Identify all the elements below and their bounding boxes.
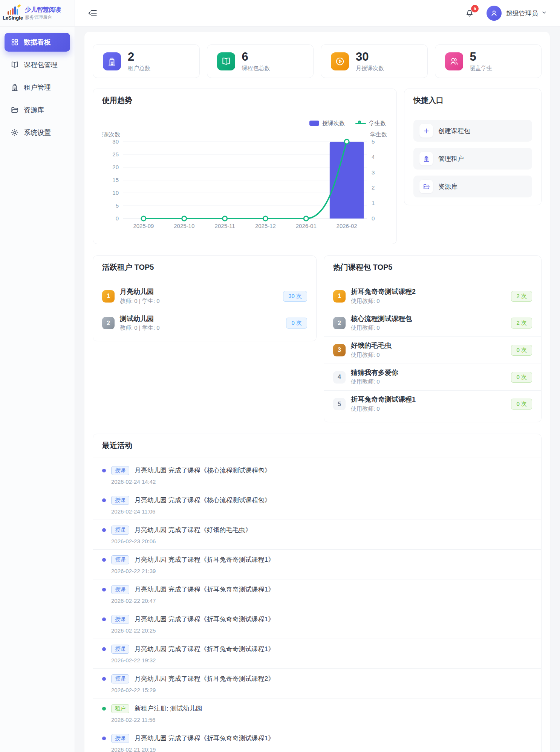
svg-text:4: 4	[372, 154, 375, 160]
sidebar-item-course-packages[interactable]: 课程包管理	[5, 55, 70, 74]
svg-text:2: 2	[372, 184, 375, 191]
brand-subtitle: 服务管理后台	[25, 14, 61, 21]
users-icon	[445, 52, 463, 70]
course-row: 3 好饿的毛毛虫 使用教师: 0 0 次	[324, 337, 541, 364]
sidebar-item-tenants[interactable]: 租户管理	[5, 78, 70, 97]
activity-dot	[102, 737, 106, 740]
quick-entry-title: 快捷入口	[404, 89, 541, 112]
svg-text:2026-02: 2026-02	[337, 223, 357, 229]
active-tenants-list: 1 月亮幼儿园 教师: 0 | 学生: 0 30 次 2 测试幼儿	[93, 279, 316, 341]
stat-value: 5	[470, 50, 493, 63]
active-tenants-title: 活跃租户 TOP5	[93, 256, 316, 279]
activity-tag: 授课	[111, 645, 129, 654]
quick-link-label: 创建课程包	[438, 127, 470, 135]
rank-badge: 3	[333, 344, 346, 356]
sidebar-item-settings[interactable]: 系统设置	[5, 123, 70, 142]
course-name: 好饿的毛毛虫	[351, 342, 392, 350]
quick-links-list: 创建课程包 管理租户	[404, 112, 541, 205]
rank-badge: 1	[102, 290, 115, 303]
play-icon	[331, 52, 349, 70]
dashboard-panel: 2 租户总数 6 课程包总数	[84, 32, 550, 752]
page-content: 2 租户总数 6 课程包总数	[75, 27, 560, 752]
sidebar-menu: 数据看板 课程包管理 租户管理 资源库 系统设置	[0, 27, 75, 152]
svg-text:25: 25	[112, 151, 119, 157]
sidebar-item-resources[interactable]: 资源库	[5, 101, 70, 119]
svg-text:1: 1	[372, 200, 375, 206]
app-root: LeSingle 少儿智慧阅读 服务管理后台 数据看板 课程包管理 租户管理	[0, 0, 560, 752]
tenant-row: 1 月亮幼儿园 教师: 0 | 学生: 0 30 次	[93, 283, 316, 310]
lesson-count-badge: 0 次	[286, 318, 307, 329]
sidebar-item-label: 租户管理	[24, 83, 51, 92]
use-count-badge: 2 次	[511, 291, 532, 302]
use-count-badge: 0 次	[511, 345, 532, 356]
activity-item: 授课 月亮幼儿园 完成了课程《好饿的毛毛虫》 2026-02-23 20:06	[93, 520, 541, 550]
activity-tag: 授课	[111, 526, 129, 535]
use-count-badge: 2 次	[511, 318, 532, 329]
svg-text:5: 5	[116, 202, 119, 209]
sidebar: LeSingle 少儿智慧阅读 服务管理后台 数据看板 课程包管理 租户管理	[0, 0, 75, 752]
tenant-meta: 教师: 0 | 学生: 0	[120, 324, 160, 332]
notifications-button[interactable]: 5	[465, 8, 475, 18]
svg-text:30: 30	[112, 138, 119, 145]
hot-courses-list: 1 折耳兔奇奇测试课程2 使用教师: 0 2 次 2 核心流程测试	[324, 279, 541, 422]
svg-text:2026-01: 2026-01	[296, 223, 317, 229]
svg-text:3: 3	[372, 169, 375, 176]
stat-card-course-packages: 6 课程包总数	[207, 44, 314, 78]
quick-link-manage-tenants[interactable]: 管理租户	[413, 148, 532, 170]
tenant-name: 月亮幼儿园	[120, 288, 160, 296]
activity-message: 月亮幼儿园 完成了课程《核心流程测试课程包》	[135, 496, 271, 504]
course-name: 折耳兔奇奇测试课程2	[351, 288, 416, 296]
lesson-count-badge: 30 次	[283, 291, 307, 302]
quick-link-create-course[interactable]: 创建课程包	[413, 120, 532, 142]
activity-message: 月亮幼儿园 完成了课程《折耳兔奇奇测试课程1》	[135, 615, 274, 624]
course-meta: 使用教师: 0	[351, 324, 412, 332]
book-icon	[217, 52, 235, 70]
legend-item-line[interactable]: 学生数	[355, 120, 386, 127]
building-icon	[419, 152, 433, 165]
activity-time: 2026-02-21 20:19	[111, 746, 532, 752]
svg-text:2025-12: 2025-12	[255, 223, 276, 229]
activity-dot	[102, 469, 106, 472]
sidebar-collapse-button[interactable]	[88, 8, 98, 18]
tenant-name: 测试幼儿园	[120, 315, 160, 323]
quick-link-resources[interactable]: 资源库	[413, 176, 532, 197]
course-row: 1 折耳兔奇奇测试课程2 使用教师: 0 2 次	[324, 283, 541, 310]
activity-tag: 授课	[111, 555, 129, 564]
svg-text:20: 20	[112, 164, 119, 170]
rank-badge: 2	[102, 317, 115, 329]
hot-courses-card: 热门课程包 TOP5 1 折耳兔奇奇测试课程2 使用教师: 0 2 次	[324, 255, 542, 422]
building-icon	[103, 52, 121, 70]
stat-label: 租户总数	[128, 65, 150, 72]
active-tenants-card: 活跃租户 TOP5 1 月亮幼儿园 教师: 0 | 学生: 0 30 次	[93, 255, 317, 341]
stat-value: 6	[242, 50, 270, 63]
activity-item: 授课 月亮幼儿园 完成了课程《折耳兔奇奇测试课程2》 2026-02-22 15…	[93, 669, 541, 699]
avatar[interactable]	[487, 6, 502, 21]
activity-message: 月亮幼儿园 完成了课程《折耳兔奇奇测试课程2》	[135, 674, 274, 683]
quick-link-label: 资源库	[438, 182, 457, 191]
usage-trend-chart: 授课次数学生数 051015202530012345授课次数学生数2025-09…	[93, 112, 396, 244]
trend-chart-svg: 051015202530012345授课次数学生数2025-092025-102…	[102, 129, 388, 236]
course-meta: 使用教师: 0	[351, 298, 416, 305]
legend-item-bar[interactable]: 授课次数	[309, 120, 345, 127]
activity-item: 租户 新租户注册: 测试幼儿园 2026-02-22 11:56	[93, 699, 541, 728]
stat-label: 课程包总数	[242, 65, 270, 72]
activity-message: 新租户注册: 测试幼儿园	[135, 704, 202, 713]
activity-time: 2026-02-23 20:06	[111, 538, 532, 544]
activity-item: 授课 月亮幼儿园 完成了课程《核心流程测试课程包》 2026-02-24 11:…	[93, 490, 541, 520]
activity-tag: 授课	[111, 734, 129, 743]
sidebar-item-dashboard[interactable]: 数据看板	[5, 33, 70, 52]
activity-tag: 授课	[111, 496, 129, 505]
building-icon	[11, 83, 19, 92]
activity-tag: 授课	[111, 674, 129, 683]
activity-dot	[102, 617, 106, 621]
activity-message: 月亮幼儿园 完成了课程《折耳兔奇奇测试课程1》	[135, 645, 274, 653]
user-name[interactable]: 超级管理员	[506, 9, 538, 18]
user-menu-toggle[interactable]	[541, 9, 547, 17]
sidebar-item-label: 数据看板	[24, 38, 51, 47]
brand-block: LeSingle 少儿智慧阅读 服务管理后台	[0, 0, 75, 27]
hot-courses-title: 热门课程包 TOP5	[324, 256, 541, 279]
logo-text: LeSingle	[3, 15, 23, 21]
activity-dot	[102, 528, 106, 532]
recent-activity-list: 授课 月亮幼儿园 完成了课程《核心流程测试课程包》 2026-02-24 14:…	[93, 457, 541, 752]
topbar-right: 5 超级管理员	[465, 6, 547, 21]
